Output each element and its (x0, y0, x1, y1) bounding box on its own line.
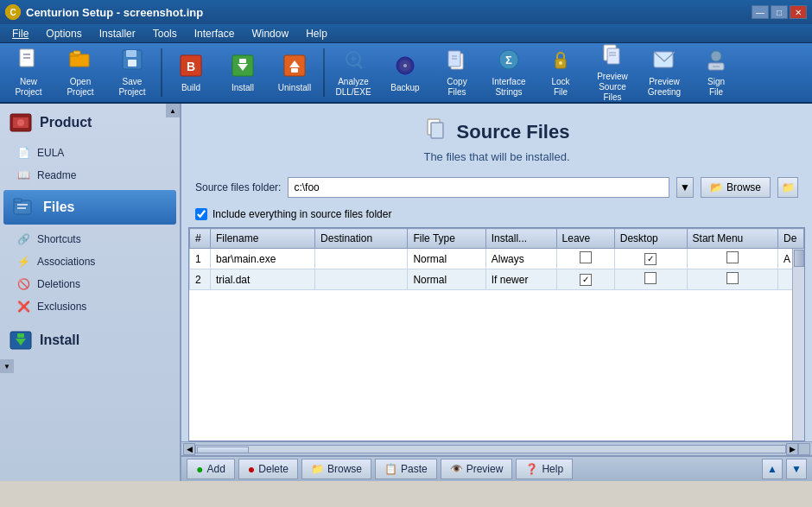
row2-desktop-checkbox[interactable] (644, 272, 657, 284)
browse-folder-label: Browse (726, 181, 761, 193)
sidebar-item-deletions[interactable]: 🚫 Deletions (0, 273, 180, 295)
content-header: Source Files The files that will be inst… (181, 104, 812, 168)
row2-desktop[interactable] (614, 269, 687, 290)
extra-folder-button[interactable]: 📁 (777, 177, 798, 198)
associations-label: Associations (37, 256, 95, 268)
svg-point-33 (559, 61, 562, 65)
uninstall-icon (282, 54, 307, 81)
row1-startmenu-checkbox[interactable] (726, 251, 739, 263)
col-num: # (190, 229, 211, 249)
toolbar: NewProject OpenProject SaveProject B Bui… (0, 43, 812, 104)
app-logo: C (5, 4, 21, 20)
row1-desktop-checkbox[interactable]: ✓ (644, 253, 657, 265)
h-scrollbar[interactable]: ◀ ▶ (181, 441, 812, 455)
svg-rect-15 (239, 59, 246, 63)
add-button[interactable]: ● Add (187, 459, 235, 479)
toolbar-preview-source[interactable]: PreviewSource Files (587, 45, 638, 100)
sidebar-section-install[interactable]: Install (0, 321, 180, 359)
source-folder-row: Source files folder: ▼ 📂 Browse 📁 (181, 168, 812, 206)
menu-tools[interactable]: Tools (144, 26, 186, 41)
exclusions-label: Exclusions (37, 301, 86, 313)
menu-file[interactable]: File (3, 26, 37, 41)
sidebar-item-associations[interactable]: ⚡ Associations (0, 250, 180, 273)
toolbar-backup[interactable]: Backup (380, 45, 430, 100)
row2-startmenu[interactable] (687, 269, 777, 290)
menu-window[interactable]: Window (243, 26, 297, 41)
paste-label: Paste (401, 463, 428, 475)
sidebar-item-shortcuts[interactable]: 🔗 Shortcuts (0, 228, 180, 250)
row2-leave[interactable]: ✓ (556, 269, 614, 290)
toolbar-interface-strings-label: InterfaceStrings (492, 77, 526, 98)
sidebar-section-files[interactable]: Files (3, 190, 176, 225)
table-scrollbar[interactable] (792, 249, 804, 440)
source-folder-dropdown[interactable]: ▼ (676, 177, 694, 198)
sidebar-item-exclusions[interactable]: ❌ Exclusions (0, 295, 180, 318)
include-checkbox[interactable] (195, 208, 207, 220)
col-filename: Filename (211, 229, 315, 249)
browse-folder-button[interactable]: 📂 Browse (701, 177, 771, 198)
row1-startmenu[interactable] (687, 249, 777, 269)
row1-leave[interactable] (556, 249, 614, 269)
toolbar-analyze[interactable]: AnalyzeDLL/EXE (328, 45, 378, 100)
preview-greeting-icon (652, 48, 676, 75)
row1-destination (315, 249, 408, 269)
svg-rect-9 (126, 50, 136, 57)
toolbar-uninstall[interactable]: Uninstall (270, 45, 320, 100)
menu-options[interactable]: Options (37, 26, 90, 41)
toolbar-interface-strings[interactable]: Σ InterfaceStrings (484, 45, 534, 100)
row1-leave-checkbox[interactable] (580, 251, 592, 263)
row1-num: 1 (190, 249, 211, 269)
delete-button[interactable]: ● Delete (238, 459, 298, 479)
sidebar-scroll-down[interactable]: ▼ (0, 359, 14, 373)
toolbar-open-project[interactable]: OpenProject (55, 45, 105, 100)
h-scrollbar-track[interactable] (195, 445, 786, 453)
h-scroll-right[interactable]: ▶ (786, 443, 798, 455)
new-project-icon (16, 48, 41, 75)
toolbar-install[interactable]: Install (218, 45, 268, 100)
row2-leave-checkbox[interactable]: ✓ (580, 274, 592, 286)
svg-rect-47 (17, 204, 28, 206)
toolbar-lock-file[interactable]: LockFile (536, 45, 586, 100)
toolbar-copy-files[interactable]: CopyFiles (432, 45, 482, 100)
toolbar-preview-source-label: PreviewSource Files (590, 72, 635, 103)
toolbar-sign-file[interactable]: SignFile (691, 45, 741, 100)
h-scrollbar-thumb[interactable] (197, 447, 249, 453)
menu-help[interactable]: Help (297, 26, 336, 41)
menu-installer[interactable]: Installer (91, 26, 144, 41)
sidebar-scroll-up[interactable]: ▲ (166, 104, 180, 117)
analyze-icon (341, 48, 365, 75)
help-button[interactable]: ❓ Help (516, 459, 573, 479)
sidebar-item-readme[interactable]: 📖 Readme (0, 164, 180, 187)
svg-rect-18 (291, 68, 298, 73)
sidebar-item-eula[interactable]: 📄 EULA (0, 142, 180, 164)
nav-down-button[interactable]: ▼ (786, 459, 807, 479)
nav-up-button[interactable]: ▲ (762, 459, 783, 479)
table-row[interactable]: 1 bar\main.exe Normal Always ✓ A (190, 249, 804, 269)
maximize-button[interactable]: □ (771, 5, 788, 19)
table-row[interactable]: 2 trial.dat Normal If newer ✓ (190, 269, 804, 290)
toolbar-install-label: Install (232, 83, 254, 92)
toolbar-preview-greeting[interactable]: PreviewGreeting (639, 45, 689, 100)
paste-icon: 📋 (384, 463, 397, 475)
minimize-button[interactable]: — (752, 5, 769, 19)
menu-interface[interactable]: Interface (186, 26, 244, 41)
close-button[interactable]: ✕ (790, 5, 807, 19)
h-scroll-left[interactable]: ◀ (183, 443, 195, 455)
nav-buttons: ▲ ▼ (762, 459, 807, 479)
row1-desktop[interactable]: ✓ (614, 249, 687, 269)
svg-rect-35 (607, 48, 619, 64)
table-scrollbar-thumb[interactable] (794, 250, 804, 267)
toolbar-build[interactable]: B Build (166, 45, 216, 100)
col-install: Install... (485, 229, 556, 249)
titlebar-left: C Centurion Setup - screenshot.inp (5, 4, 203, 20)
page-title: Source Files (457, 121, 570, 143)
sidebar-section-product[interactable]: Product (0, 104, 180, 142)
toolbar-save-project[interactable]: SaveProject (107, 45, 157, 100)
preview-button[interactable]: 👁️ Preview (441, 459, 513, 479)
toolbar-sep-1 (161, 48, 162, 97)
toolbar-new-project[interactable]: NewProject (3, 45, 54, 100)
row2-startmenu-checkbox[interactable] (726, 272, 739, 284)
source-folder-input[interactable] (288, 177, 669, 198)
paste-button[interactable]: 📋 Paste (375, 459, 437, 479)
browse-button[interactable]: 📁 Browse (301, 459, 371, 479)
